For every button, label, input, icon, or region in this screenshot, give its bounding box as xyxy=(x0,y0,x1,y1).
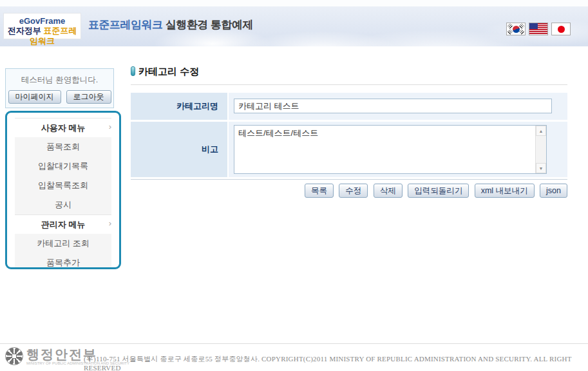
category-name-input[interactable] xyxy=(234,99,552,113)
note-textarea-value: 테스트/테스트/테스트 xyxy=(234,126,546,139)
action-buttons: 목록 수정 삭제 입력되돌리기 xml 내보내기 json xyxy=(131,184,567,198)
us-flag-icon[interactable] xyxy=(529,23,548,35)
welcome-buttons: 마이페이지 로그아웃 xyxy=(6,90,113,104)
chevron-right-icon: › xyxy=(109,218,111,228)
header-title-highlight: 표준프레임워크 xyxy=(88,19,163,31)
page-footer: 행정안전부 MINISTRY OF PUBLIC ADMINISTRATION … xyxy=(0,344,588,371)
page-header: eGovFrame 전자정부 표준프레임워크 표준프레임워크 실행환경 통합예제 xyxy=(0,0,588,46)
category-name-label: 카테고리명 xyxy=(131,93,227,120)
category-edit-form: 카테고리명 비고 테스트/테스트/테스트 ▲ ▼ xyxy=(131,93,567,180)
menu-section-admin-label: 관리자 메뉴 xyxy=(41,220,86,229)
note-textarea[interactable]: 테스트/테스트/테스트 ▲ ▼ xyxy=(234,125,547,174)
sidebar-item-bid-list[interactable]: 입찰목록조회 xyxy=(15,176,111,195)
trigram-mark xyxy=(507,30,513,35)
trigram-mark xyxy=(519,30,524,35)
japan-flag-icon[interactable] xyxy=(551,23,571,35)
category-name-field-cell xyxy=(229,93,567,120)
chevron-right-icon: › xyxy=(109,122,111,131)
delete-button[interactable]: 삭제 xyxy=(374,184,403,198)
note-row: 비고 테스트/테스트/테스트 ▲ ▼ xyxy=(131,122,567,177)
category-name-row: 카테고리명 xyxy=(131,93,567,120)
japan-flag-circle xyxy=(558,26,565,33)
footer-address: (우)110-751 서울특별시 종로구 세종로55 정부중앙청사. COPYR… xyxy=(84,354,588,371)
us-flag-canton xyxy=(529,23,538,29)
welcome-message: 테스터님 환영합니다. xyxy=(6,75,113,86)
menu-section-user[interactable]: 사용자 메뉴 › xyxy=(15,118,111,137)
trigram-mark xyxy=(519,24,524,29)
trigram-mark xyxy=(507,24,513,29)
json-button[interactable]: json xyxy=(540,184,567,198)
user-menu-items: 품목조회 입찰대기목록 입찰목록조회 공시 xyxy=(15,137,111,214)
admin-menu-items: 카테고리 조회 품목추가 납품목록 조회 xyxy=(15,234,111,269)
sidebar-item-item-add[interactable]: 품목추가 xyxy=(15,253,111,269)
scrollbar-up-icon[interactable]: ▲ xyxy=(536,126,546,136)
form-table-bottom-border xyxy=(131,179,567,180)
sidebar-menu: 사용자 메뉴 › 품목조회 입찰대기목록 입찰목록조회 공시 관리자 메뉴 › … xyxy=(5,111,121,269)
menu-section-user-label: 사용자 메뉴 xyxy=(41,123,86,133)
logout-button[interactable]: 로그아웃 xyxy=(66,90,111,104)
welcome-box: 테스터님 환영합니다. 마이페이지 로그아웃 xyxy=(5,68,114,108)
sidebar-item-category-search[interactable]: 카테고리 조회 xyxy=(15,234,111,253)
textarea-scrollbar[interactable]: ▲ ▼ xyxy=(535,126,546,173)
egovframe-logo[interactable]: eGovFrame 전자정부 표준프레임워크 xyxy=(3,13,81,39)
sidebar-item-notice[interactable]: 공시 xyxy=(15,195,111,214)
update-button[interactable]: 수정 xyxy=(339,184,368,198)
mypage-button[interactable]: 마이페이지 xyxy=(8,90,61,104)
menu-section-admin[interactable]: 관리자 메뉴 › xyxy=(15,214,111,234)
korea-flag-icon[interactable] xyxy=(506,23,526,35)
note-label: 비고 xyxy=(131,122,227,177)
list-button[interactable]: 목록 xyxy=(305,184,334,198)
logo-line2: 전자정부 표준프레임워크 xyxy=(4,26,81,46)
scrollbar-down-icon[interactable]: ▼ xyxy=(536,163,546,173)
sidebar-item-bid-wait-list[interactable]: 입찰대기목록 xyxy=(15,157,111,176)
logo-gov-text: 전자정부 xyxy=(8,26,41,35)
reset-input-button[interactable]: 입력되돌리기 xyxy=(408,184,469,198)
page-title-text: 카테고리 수정 xyxy=(138,66,199,77)
title-divider xyxy=(131,84,567,85)
sidebar-item-item-search[interactable]: 품목조회 xyxy=(15,137,111,157)
note-field-cell: 테스트/테스트/테스트 ▲ ▼ xyxy=(229,122,567,177)
page-header-title: 표준프레임워크 실행환경 통합예제 xyxy=(88,17,253,32)
title-bullet-icon xyxy=(131,66,135,76)
government-emblem-icon xyxy=(5,347,23,365)
xml-export-button[interactable]: xml 내보내기 xyxy=(475,184,535,198)
header-title-rest: 실행환경 통합예제 xyxy=(163,19,253,31)
logo-line1: eGovFrame xyxy=(4,16,81,26)
page-title: 카테고리 수정 xyxy=(131,66,199,78)
language-flags xyxy=(506,23,571,35)
